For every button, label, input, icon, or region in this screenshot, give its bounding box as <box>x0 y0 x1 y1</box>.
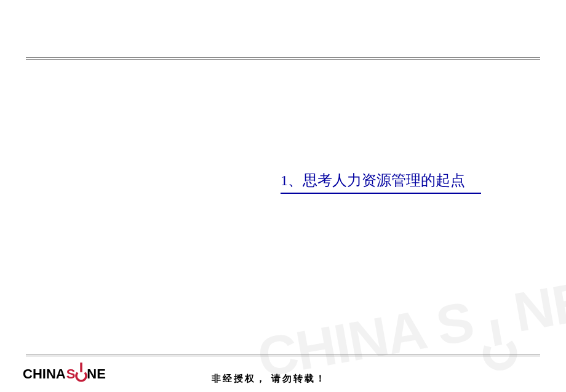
bottom-divider <box>26 354 540 356</box>
title-underline <box>281 193 481 194</box>
logo: CHINA S NE <box>23 365 106 383</box>
footer-copyright: 非经授权， 请勿转载！ <box>212 373 327 385</box>
watermark-text-2: NE <box>509 270 566 343</box>
watermark-circle-icon <box>476 332 518 339</box>
logo-text-ne: NE <box>87 366 106 382</box>
logo-circle-icon <box>76 365 87 383</box>
logo-letter-s: S <box>66 366 76 382</box>
slide-title: 1、思考人力资源管理的起点 <box>281 170 465 193</box>
top-divider <box>26 57 540 60</box>
logo-text-china: CHINA <box>23 366 66 382</box>
watermark-logo: CHINA SNE <box>253 270 566 390</box>
